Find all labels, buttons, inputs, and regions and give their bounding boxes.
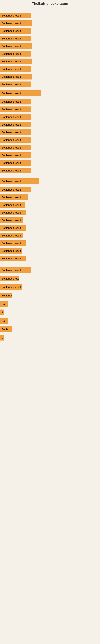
bottleneck-result-item[interactable]: Bottle	[0, 326, 12, 332]
bottleneck-result-item[interactable]: Bottleneck result	[0, 43, 32, 49]
bottleneck-result-item[interactable]: B	[0, 310, 3, 315]
bottleneck-result-item[interactable]: Bottleneck result	[0, 225, 26, 231]
bottleneck-result-item[interactable]: Bottleneck result	[0, 13, 31, 18]
bottleneck-result-item[interactable]: Bottleneck result	[0, 58, 32, 64]
bottleneck-result-item[interactable]: Bottleneck result	[0, 178, 39, 184]
bottleneck-result-item[interactable]: Bottleneck result	[0, 106, 31, 112]
bottleneck-result-item[interactable]: Bottleneck result	[0, 292, 12, 298]
bottleneck-result-item[interactable]: Bottleneck result	[0, 28, 31, 34]
bottleneck-result-item[interactable]: Bottleneck result	[0, 20, 32, 26]
bottleneck-result-item[interactable]: Bottleneck result	[0, 240, 26, 246]
bottleneck-result-item[interactable]: Bottleneck result	[0, 122, 31, 128]
bottleneck-result-item[interactable]: Bottleneck result	[0, 152, 31, 158]
bottleneck-result-item[interactable]: Bottleneck result	[0, 145, 31, 150]
bottleneck-result-item[interactable]: Bottleneck result	[0, 99, 31, 104]
bottleneck-result-item[interactable]: Bottleneck result	[0, 276, 19, 281]
bottleneck-result-item[interactable]: Bottleneck result	[0, 51, 31, 56]
bottleneck-result-item[interactable]: Bottleneck result	[0, 217, 23, 223]
bottleneck-result-item[interactable]: Bottleneck result	[0, 202, 25, 208]
bottleneck-result-item[interactable]: Bottleneck result	[0, 160, 31, 166]
bottleneck-result-item[interactable]: Bottleneck result	[0, 130, 31, 135]
bottleneck-result-item[interactable]: Bottleneck result	[0, 248, 22, 254]
bottleneck-result-item[interactable]: Bottleneck result	[0, 90, 41, 96]
bottleneck-result-item[interactable]: Bottleneck result	[0, 187, 31, 192]
bottleneck-result-item[interactable]: Bottleneck result	[0, 66, 31, 72]
bottleneck-result-item[interactable]: Bottleneck result	[0, 168, 31, 173]
bottleneck-result-item[interactable]: Bottleneck result	[0, 82, 31, 87]
bottleneck-result-item[interactable]: B	[0, 335, 3, 340]
bottleneck-result-item[interactable]: Bottleneck result	[0, 137, 31, 143]
bottleneck-result-item[interactable]: Bottleneck result	[0, 36, 31, 41]
site-title: TheBottlenecker.com	[0, 0, 100, 7]
bottleneck-result-item[interactable]: Bottleneck result	[0, 114, 31, 120]
bottleneck-result-item[interactable]: Bottleneck result	[0, 210, 26, 215]
bottleneck-result-item[interactable]: Bottleneck result	[0, 194, 28, 200]
bottleneck-result-item[interactable]: Bottleneck result	[0, 233, 23, 238]
bottleneck-result-item[interactable]: Bottleneck result	[0, 256, 26, 261]
bottleneck-result-item[interactable]: Bo	[0, 301, 8, 307]
bottleneck-result-item[interactable]: Bottleneck result	[0, 74, 32, 80]
bottleneck-result-item[interactable]: Bottleneck result	[0, 284, 22, 290]
bottleneck-result-item[interactable]: Bottleneck result	[0, 267, 31, 273]
bottleneck-result-item[interactable]: Bo	[0, 318, 8, 324]
